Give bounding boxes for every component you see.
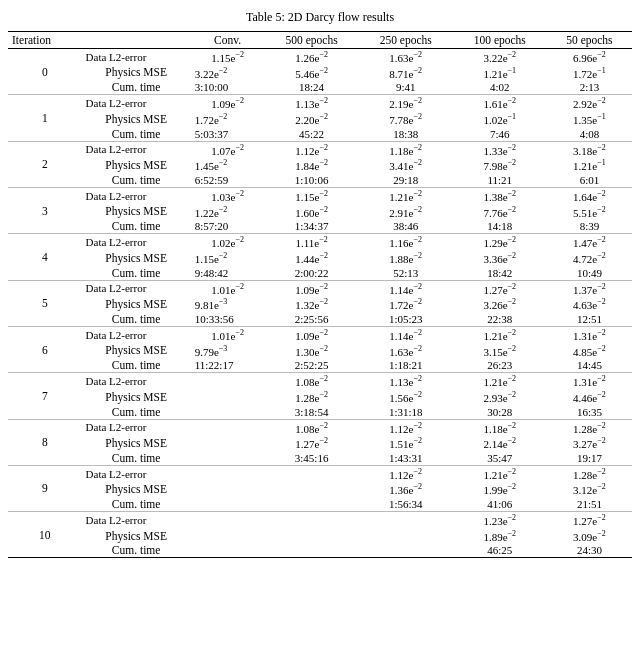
cell-500: 3:18:54 — [265, 405, 359, 420]
cell-100: 1.18e−2 — [453, 419, 547, 435]
cell-100: 1.29e−2 — [453, 234, 547, 250]
cell-250: 29:18 — [359, 173, 453, 188]
cell-100: 1.21e−2 — [453, 326, 547, 342]
cell-250: 1.72e−2 — [359, 296, 453, 312]
cell-metric-label: Cum. time — [82, 451, 191, 466]
cell-metric-label: Cum. time — [82, 543, 191, 558]
cell-100: 41:06 — [453, 497, 547, 512]
cell-100: 2.14e−2 — [453, 435, 547, 451]
cell-metric-label: Cum. time — [82, 358, 191, 373]
cell-250 — [359, 512, 453, 528]
cell-50: 1.28e−2 — [547, 465, 632, 481]
table-row: Physics MSE1.72e−22.20e−27.78e−21.02e−11… — [8, 111, 632, 127]
table-row: Cum. time9:48:422:00:2252:1318:4210:49 — [8, 266, 632, 281]
cell-250: 8.71e−2 — [359, 65, 453, 81]
cell-iteration: 10 — [8, 512, 82, 558]
cell-50: 1.72e−1 — [547, 65, 632, 81]
cell-250 — [359, 543, 453, 558]
cell-50: 1.47e−2 — [547, 234, 632, 250]
cell-100: 7:46 — [453, 127, 547, 142]
table-row: 9Data L2-error1.12e−21.21e−21.28e−2 — [8, 465, 632, 481]
cell-250: 1.12e−2 — [359, 419, 453, 435]
cell-100: 46:25 — [453, 543, 547, 558]
cell-250: 1:18:21 — [359, 358, 453, 373]
cell-500: 1.11e−2 — [265, 234, 359, 250]
cell-conv: 10:33:56 — [191, 312, 265, 327]
cell-250: 3.41e−2 — [359, 157, 453, 173]
cell-100: 3.15e−2 — [453, 343, 547, 359]
cell-conv: 9.79e−3 — [191, 343, 265, 359]
table-row: Cum. time11:22:172:52:251:18:2126:2314:4… — [8, 358, 632, 373]
cell-metric-label: Physics MSE — [82, 435, 191, 451]
table-row: 0Data L2-error1.15e−21.26e−21.63e−23.22e… — [8, 49, 632, 65]
cell-100: 1.21e−2 — [453, 465, 547, 481]
cell-metric-label: Cum. time — [82, 219, 191, 234]
cell-50: 1.37e−2 — [547, 280, 632, 296]
cell-500: 1.28e−2 — [265, 389, 359, 405]
cell-250: 2.91e−2 — [359, 204, 453, 220]
table-row: Physics MSE1.27e−21.51e−22.14e−23.27e−2 — [8, 435, 632, 451]
cell-250 — [359, 528, 453, 544]
cell-conv: 5:03:37 — [191, 127, 265, 142]
cell-conv: 1.01e−2 — [191, 326, 265, 342]
cell-conv — [191, 512, 265, 528]
cell-500 — [265, 465, 359, 481]
cell-250: 1.63e−2 — [359, 49, 453, 65]
cell-50: 4:08 — [547, 127, 632, 142]
cell-metric-label: Data L2-error — [82, 49, 191, 65]
cell-500 — [265, 481, 359, 497]
cell-250: 1.13e−2 — [359, 373, 453, 389]
cell-250: 1.14e−2 — [359, 326, 453, 342]
cell-250: 1.88e−2 — [359, 250, 453, 266]
cell-conv — [191, 465, 265, 481]
cell-metric-label: Data L2-error — [82, 187, 191, 203]
cell-500: 2:25:56 — [265, 312, 359, 327]
cell-500: 2:00:22 — [265, 266, 359, 281]
cell-250: 1.36e−2 — [359, 481, 453, 497]
cell-250: 1:56:34 — [359, 497, 453, 512]
cell-metric-label: Data L2-error — [82, 326, 191, 342]
cell-iteration: 6 — [8, 326, 82, 372]
cell-metric-label: Physics MSE — [82, 157, 191, 173]
cell-metric-label: Physics MSE — [82, 343, 191, 359]
cell-100: 2.93e−2 — [453, 389, 547, 405]
cell-iteration: 8 — [8, 419, 82, 465]
cell-50: 6.96e−2 — [547, 49, 632, 65]
cell-metric-label: Data L2-error — [82, 373, 191, 389]
cell-250: 1:05:23 — [359, 312, 453, 327]
cell-250: 1.63e−2 — [359, 343, 453, 359]
cell-conv: 1.07e−2 — [191, 141, 265, 157]
table-row: Cum. time5:03:3745:2218:387:464:08 — [8, 127, 632, 142]
cell-100: 1.23e−2 — [453, 512, 547, 528]
cell-50: 16:35 — [547, 405, 632, 420]
cell-250: 2.19e−2 — [359, 95, 453, 111]
table-row: Physics MSE1.45e−21.84e−23.41e−27.98e−21… — [8, 157, 632, 173]
col-conv: Conv. — [191, 32, 265, 49]
cell-50: 1.28e−2 — [547, 419, 632, 435]
cell-100: 30:28 — [453, 405, 547, 420]
table-row: Cum. time3:18:541:31:1830:2816:35 — [8, 405, 632, 420]
cell-metric-label: Physics MSE — [82, 65, 191, 81]
cell-metric-label: Data L2-error — [82, 234, 191, 250]
table-row: Physics MSE9.79e−31.30e−21.63e−23.15e−24… — [8, 343, 632, 359]
cell-metric-label: Physics MSE — [82, 111, 191, 127]
cell-conv — [191, 435, 265, 451]
cell-50: 1.64e−2 — [547, 187, 632, 203]
cell-metric-label: Data L2-error — [82, 465, 191, 481]
table-row: Physics MSE1.89e−23.09e−2 — [8, 528, 632, 544]
cell-100: 7.76e−2 — [453, 204, 547, 220]
table-row: Physics MSE1.22e−21.60e−22.91e−27.76e−25… — [8, 204, 632, 220]
cell-metric-label: Cum. time — [82, 173, 191, 188]
table-row: 6Data L2-error1.01e−21.09e−21.14e−21.21e… — [8, 326, 632, 342]
cell-conv — [191, 497, 265, 512]
cell-250: 9:41 — [359, 80, 453, 95]
cell-conv: 1.01e−2 — [191, 280, 265, 296]
cell-iteration: 1 — [8, 95, 82, 141]
cell-conv: 1.22e−2 — [191, 204, 265, 220]
cell-250: 1.56e−2 — [359, 389, 453, 405]
cell-conv — [191, 373, 265, 389]
cell-500: 2.20e−2 — [265, 111, 359, 127]
cell-250: 52:13 — [359, 266, 453, 281]
cell-metric-label: Physics MSE — [82, 296, 191, 312]
col-empty — [82, 32, 191, 49]
